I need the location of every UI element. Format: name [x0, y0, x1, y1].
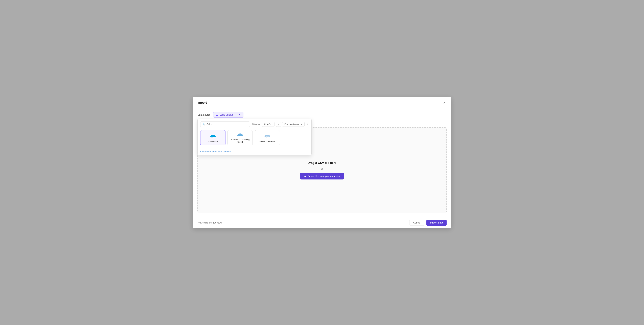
search-input[interactable]	[206, 123, 248, 126]
filter-row: Filter by: All (47) ▾ ↓ Frequently used …	[252, 122, 309, 127]
import-data-button[interactable]: Import data	[426, 220, 446, 226]
filter-option-label: All (47)	[264, 123, 270, 126]
popup-footer: Learn more about data sources	[198, 148, 312, 155]
cancel-button[interactable]: Cancel	[409, 220, 424, 226]
salesforce-pardot-name: Salesforce Pardot	[259, 140, 275, 143]
salesforce-pardot-logo: pardot	[264, 133, 270, 139]
filter-chevron-icon: ▾	[272, 123, 273, 126]
popup-top-bar: 🔍 Filter by: All (47) ▾ ↓ Frequently	[198, 119, 312, 129]
connectors-grid: Salesforce	[198, 129, 312, 148]
modal-overlay: Import × Data Source: ☁ Local upload ▼	[0, 0, 644, 325]
sort-button[interactable]: ↓	[276, 122, 281, 127]
connector-card-salesforce[interactable]: Salesforce	[200, 130, 226, 145]
or-text: or	[321, 167, 323, 170]
import-modal: Import × Data Source: ☁ Local upload ▼	[193, 97, 451, 228]
data-source-selected: Local upload	[220, 113, 238, 116]
modal-footer: Previewing first 100 rows Cancel Import …	[193, 217, 451, 228]
salesforce-marketing-logo	[237, 132, 243, 137]
salesforce-name: Salesforce	[208, 140, 218, 143]
svg-point-4	[210, 136, 212, 137]
search-icon: 🔍	[202, 123, 205, 126]
upload-cloud-icon: ☁	[304, 175, 306, 178]
data-source-label: Data Source:	[198, 113, 211, 116]
frequently-used-button[interactable]: Frequently used ▾	[282, 122, 304, 127]
search-box[interactable]: 🔍	[200, 122, 250, 127]
footer-buttons: Cancel Import data	[409, 220, 446, 226]
svg-point-3	[214, 136, 216, 137]
modal-body: Data Source: ☁ Local upload ▼ 🔍	[193, 108, 451, 217]
frequently-used-label: Frequently used	[284, 123, 300, 126]
svg-point-8	[241, 135, 243, 136]
modal-title: Import	[198, 101, 207, 105]
learn-more-link[interactable]: Learn more about data sources	[200, 150, 231, 153]
close-filter-button[interactable]: ×	[306, 123, 309, 126]
filter-by-label: Filter by:	[252, 123, 260, 126]
dropdown-arrow-icon: ▼	[239, 114, 241, 116]
datasource-dropdown-popup: 🔍 Filter by: All (47) ▾ ↓ Frequently	[198, 119, 312, 155]
data-source-dropdown[interactable]: ☁ Local upload ▼	[213, 112, 244, 118]
freq-chevron-icon: ▾	[301, 123, 302, 126]
select-files-button[interactable]: ☁ Select files from your computer	[300, 173, 344, 179]
select-files-label: Select files from your computer	[308, 175, 340, 177]
filter-all-dropdown[interactable]: All (47) ▾	[262, 122, 274, 127]
cloud-upload-icon: ☁	[216, 113, 218, 116]
connector-card-salesforce-pardot[interactable]: pardot Salesforce Pardot	[255, 130, 280, 145]
svg-point-9	[238, 135, 240, 136]
preview-text: Previewing first 100 rows	[198, 221, 222, 224]
connector-card-salesforce-marketing[interactable]: Salesforce Marketing Cloud	[228, 130, 253, 145]
close-button[interactable]: ×	[442, 100, 446, 105]
svg-text:pardot: pardot	[266, 136, 269, 137]
modal-header: Import ×	[193, 97, 451, 108]
salesforce-logo	[210, 133, 216, 139]
salesforce-marketing-name: Salesforce Marketing Cloud	[230, 138, 250, 143]
drag-text: Drag a CSV file here	[308, 161, 336, 165]
data-source-row: Data Source: ☁ Local upload ▼ 🔍	[198, 112, 446, 118]
